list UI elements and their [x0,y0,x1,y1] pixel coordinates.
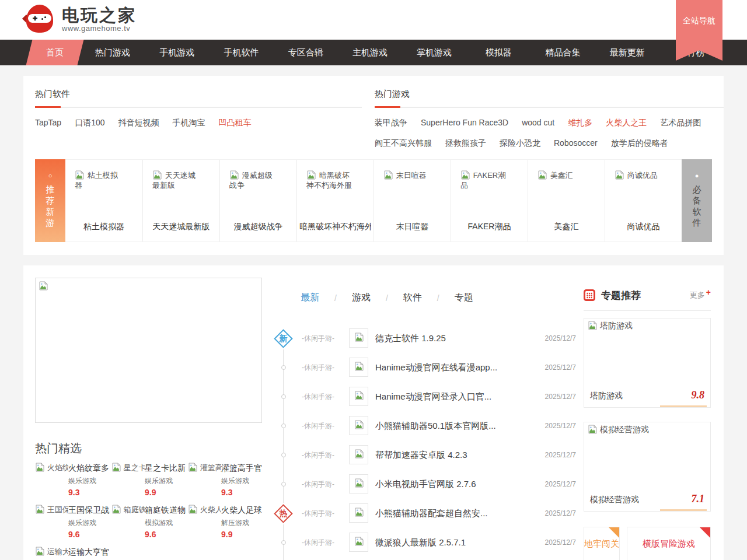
carousel-game-card[interactable]: 漫威超级战争 漫威超级战争 [219,160,296,242]
hero-banner[interactable] [35,278,262,423]
carousel-game-card[interactable]: 末日喧嚣 末日喧嚣 [374,160,451,242]
nav-item[interactable]: 手机软件 [209,40,273,65]
nav-item-label: 主机游戏 [352,47,388,58]
hot-software-link[interactable]: TapTap [35,118,61,127]
feed-item[interactable]: -休闲手游- Hanime动漫官网在线看漫app... 2025/12/7 [266,353,576,382]
carousel-game-card[interactable]: 暗黑破坏神不朽海外服 暗黑破坏神不朽海外服 [296,160,374,242]
hot-game-link[interactable]: Robosoccer [554,138,598,148]
topic-tag[interactable]: 地牢闯关 [584,527,620,560]
topic-card[interactable]: 塔防游戏 塔防游戏 9.8 [584,318,711,408]
corner-fold-icon [609,527,619,538]
carousel-game-card[interactable]: 天天迷城最新版 天天迷城最新版 [142,160,219,242]
nav-item[interactable]: 专区合辑 [274,40,338,65]
feed-tab[interactable]: 专题 [455,292,473,304]
featured-game-card[interactable]: 运输大亨 运输大亨官 [35,547,111,560]
hot-game-link[interactable]: 阎王不高兴韩服 [375,138,432,148]
broken-image-icon [188,505,197,514]
feed-item-title[interactable]: 微派狼人最新版 2.5.7.1 [375,537,466,548]
broken-image-icon [35,547,44,556]
feed-item-thumbnail [349,328,368,348]
hot-software-link[interactable]: 口语100 [75,118,104,127]
featured-game-card[interactable]: 灌篮高手 灌篮高手官 娱乐游戏 9.3 [188,463,264,499]
featured-game-card[interactable]: 星之卡比 星之卡比新 娱乐游戏 9.9 [111,463,188,499]
feed-item[interactable]: -休闲手游- 微派狼人最新版 2.5.7.1 2025/12/7 [266,528,576,557]
feed-tab[interactable]: 软件 [403,292,422,304]
hot-links-panel: 热门软件 TapTap口语100抖音短视频手机淘宝凹凸租车 热门游戏 装甲战争S… [23,76,724,255]
nav-item[interactable]: 最新更新 [595,40,659,65]
recommended-new-games-tab[interactable]: ○ 推荐新游 [35,159,65,242]
main-nav: 首页 热门游戏 手机游戏 手机软件 专区合辑 主机游戏 掌机游戏 [0,40,747,65]
timeline-dot-icon [281,482,286,487]
feed-item-title[interactable]: 德克士软件 1.9.25 [375,333,446,344]
nav-item[interactable]: 首页 [26,40,84,65]
site-logo[interactable]: ✚ 电玩之家 www.gamehome.tv [23,4,137,34]
feed-item[interactable]: 新 -休闲手游- 德克士软件 1.9.25 2025/12/7 [266,324,576,353]
featured-game-card[interactable]: 箱庭铁道 箱庭铁道物 模拟游戏 9.6 [111,505,188,541]
feed-item-title[interactable]: Hanime动漫官网在线看漫app... [375,362,497,373]
hot-game-link[interactable]: wood cut [522,118,554,127]
nav-item[interactable]: 主机游戏 [338,40,402,65]
featured-card-score: 9.9 [221,530,264,539]
hot-games-links-row1: 装甲战争SuperHero Fun Race3Dwood cut维扎多火柴人之王… [375,117,724,128]
timeline-dot-icon [281,424,286,428]
topics-more-link[interactable]: 更多+ [690,290,711,300]
card-thumbnail: 粘土模拟器 [75,170,124,190]
hot-software-link[interactable]: 手机淘宝 [173,118,205,127]
feed-item-title[interactable]: 小熊猫辅助器50.1版本官网版... [375,421,496,432]
featured-game-card[interactable]: 王国保卫战 王国保卫战 娱乐游戏 9.6 [35,505,111,541]
hot-games-section: 热门游戏 装甲战争SuperHero Fun Race3Dwood cut维扎多… [375,89,724,149]
carousel-game-card[interactable]: 美鑫汇 美鑫汇 [528,160,605,242]
hot-software-link[interactable]: 抖音短视频 [118,118,159,127]
feed-tab[interactable]: 最新 [301,292,319,304]
carousel-card-title: 粘土模拟器 [68,222,140,232]
hot-game-link[interactable]: 拯救熊孩子 [445,138,486,148]
feed-item-title[interactable]: 帮帮加速器安卓版 4.2.3 [375,450,467,461]
card-thumbnail: 火柴人足球 [188,505,221,541]
carousel-game-card[interactable]: 粘土模拟器 粘土模拟器 [65,160,142,242]
topic-tag[interactable]: 横版冒险游戏 [627,527,711,560]
hot-game-link[interactable]: 艺术品拼图 [660,118,701,127]
featured-card-info: 王国保卫战 娱乐游戏 9.6 [68,505,111,541]
feed-item-title[interactable]: Hanime动漫官网登录入口官... [375,391,491,402]
nav-item[interactable]: 手机游戏 [145,40,209,65]
nav-item[interactable]: 模拟器 [466,40,530,65]
timeline-dot-icon [281,453,286,457]
featured-card-title: 灌篮高手官 [221,463,264,474]
topic-tag-label: 横版冒险游戏 [643,538,695,550]
feed-item-badge: 新 [273,328,294,349]
topic-card[interactable]: 模拟经营游戏 模拟经营游戏 7.1 [584,422,711,512]
hot-game-link[interactable]: 装甲战争 [375,118,407,127]
feed-item[interactable]: 热 -休闲手游- 小熊猫辅助器配套超自然安... 2025/12/7 [266,499,576,528]
feed-item-title[interactable]: 小熊猫辅助器配套超自然安... [375,508,488,519]
score-underline [660,509,707,511]
section-underline [375,107,724,108]
hot-game-link[interactable]: 探险小恐龙 [500,138,540,148]
feed-item-category: -休闲手游- [302,421,334,431]
topic-card-footer: 模拟经营游戏 7.1 [590,493,704,505]
nav-item[interactable]: 掌机游戏 [402,40,466,65]
hot-game-link[interactable]: 火柴人之王 [606,118,647,127]
feed-item[interactable]: -休闲手游- 帮帮加速器安卓版 4.2.3 2025/12/7 [266,440,576,470]
feed-item[interactable]: -休闲手游- Hanime动漫官网登录入口官... 2025/12/7 [266,382,576,411]
section-underline [35,107,362,108]
featured-card-category: 娱乐游戏 [68,476,111,486]
topics-sidebar: 专题推荐 更多+ 塔防游戏 塔防游戏 9.8 [584,288,711,560]
essential-software-tab[interactable]: ● 必备软件 [682,159,712,242]
feed-tab[interactable]: 游戏 [352,292,371,304]
feed-item[interactable]: -休闲手游- 小熊猫辅助器50.1版本官网版... 2025/12/7 [266,411,576,440]
feed-item-title[interactable]: 小米电视助手官网版 2.7.6 [375,479,476,490]
nav-item[interactable]: 精品合集 [530,40,595,65]
nav-item[interactable]: 热门游戏 [81,40,145,65]
hot-game-link[interactable]: SuperHero Fun Race3D [421,118,508,127]
featured-game-card[interactable]: 火柴人足球 火柴人足球 解压游戏 9.9 [188,505,264,541]
thumbnail-alt-text: 王国保卫战 [47,505,68,514]
feed-item-date: 2025/12/7 [545,422,576,430]
featured-game-card[interactable]: 火焰纹章 火焰纹章多 娱乐游戏 9.3 [35,463,111,499]
carousel-game-card[interactable]: FAKER潮品 FAKER潮品 [451,160,528,242]
new-games-carousel: ○ 推荐新游 粘土模拟器 粘土模拟器 天天迷城最新版 天天迷城最新版 [35,159,712,242]
hot-game-link[interactable]: 放学后的侵略者 [611,138,668,148]
hot-software-link[interactable]: 凹凸租车 [219,118,252,127]
hot-game-link[interactable]: 维扎多 [568,118,592,127]
feed-item[interactable]: -休闲手游- 小米电视助手官网版 2.7.6 2025/12/7 [266,470,576,499]
carousel-game-card[interactable]: 尚诚优品 尚诚优品 [605,160,682,242]
